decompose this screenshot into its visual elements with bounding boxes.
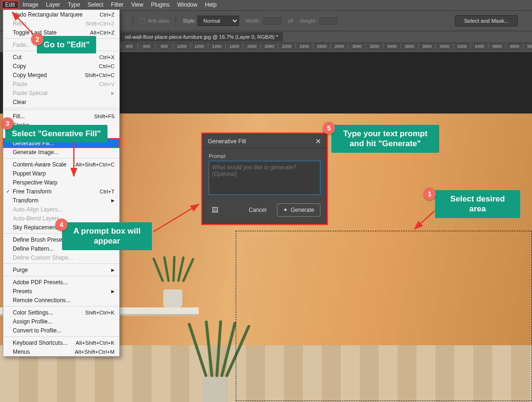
menu-help[interactable]: Help bbox=[201, 0, 221, 9]
menu-item[interactable]: Presets▶ bbox=[3, 287, 119, 296]
menu-item[interactable]: CopyCtrl+C bbox=[3, 61, 119, 70]
menu-item-label: Copy Merged bbox=[13, 72, 47, 79]
menu-item-label: Remote Connections... bbox=[13, 297, 71, 304]
menu-item[interactable]: Clear bbox=[3, 97, 119, 106]
menu-edit[interactable]: Edit bbox=[1, 0, 19, 9]
menu-item[interactable]: Convert to Profile... bbox=[3, 326, 119, 335]
ruler-tick: 1600 bbox=[225, 43, 243, 49]
menu-item-label: Purge bbox=[13, 267, 28, 273]
callout-2: Go to "Edit" bbox=[37, 36, 96, 53]
menu-select[interactable]: Select bbox=[84, 0, 107, 9]
prompt-input[interactable] bbox=[209, 161, 320, 195]
selection-marquee[interactable] bbox=[236, 231, 532, 401]
menu-item[interactable]: Undo Rectangular MarqueeCtrl+Z bbox=[3, 10, 119, 19]
width-field[interactable]: Width: bbox=[246, 17, 281, 25]
menu-filter[interactable]: Filter bbox=[107, 0, 127, 9]
antialias-checkbox[interactable]: Anti-alias bbox=[140, 18, 169, 24]
menu-item-shortcut: Alt+Shift+Ctrl+C bbox=[75, 162, 115, 167]
close-icon[interactable]: ✕ bbox=[315, 137, 321, 146]
ruler-tick: 1200 bbox=[190, 43, 208, 49]
menu-item-label: Fill... bbox=[13, 113, 25, 120]
menu-item: PasteCtrl+V bbox=[3, 79, 119, 88]
menu-item[interactable]: Assign Profile... bbox=[3, 317, 119, 326]
image-icon[interactable]: 🖼 bbox=[212, 206, 218, 214]
ruler-tick: 4800 bbox=[505, 43, 523, 49]
menu-item-label: Fade... bbox=[13, 42, 30, 48]
menu-image[interactable]: Image bbox=[19, 0, 42, 9]
menu-view[interactable]: View bbox=[127, 0, 147, 9]
menu-item[interactable]: Adobe PDF Presets... bbox=[3, 278, 119, 287]
generate-button-label: Generate bbox=[291, 207, 314, 213]
ruler-tick: 1400 bbox=[208, 43, 225, 49]
menu-item-label: Keyboard Shortcuts... bbox=[13, 340, 67, 346]
menu-item[interactable]: Copy MergedShift+Ctrl+C bbox=[3, 70, 119, 79]
menu-item-shortcut: Ctrl+X bbox=[99, 54, 115, 60]
menu-item-label: Clear bbox=[13, 99, 27, 105]
ruler-tick: 3000 bbox=[348, 43, 365, 49]
menu-item-label: Paste bbox=[13, 81, 27, 87]
style-select[interactable]: Style: Normal bbox=[183, 16, 239, 26]
menu-item-shortcut: Ctrl+Z bbox=[99, 12, 115, 17]
menu-item[interactable]: ✓Free TransformCtrl+T bbox=[3, 187, 119, 196]
menu-layer[interactable]: Layer bbox=[42, 0, 64, 9]
menu-item-label: Puppet Warp bbox=[13, 170, 46, 177]
width-label: Width: bbox=[246, 18, 260, 24]
prompt-label: Prompt bbox=[209, 153, 320, 159]
badge-4: 4 bbox=[55, 218, 68, 231]
menu-item-label: Assign Profile... bbox=[13, 318, 52, 325]
ruler-tick: 5000 bbox=[523, 43, 532, 49]
menu-item-shortcut: Alt+Shift+Ctrl+M bbox=[75, 349, 115, 355]
menu-item-shortcut: Shift+Ctrl+Z bbox=[86, 21, 115, 26]
submenu-arrow-icon: ▶ bbox=[111, 198, 115, 203]
document-tab[interactable]: nd-wall-floor-place-piece-furniture.jpg … bbox=[120, 32, 283, 42]
menu-item[interactable]: Content-Aware ScaleAlt+Shift+Ctrl+C bbox=[3, 160, 119, 169]
menu-item-shortcut: Ctrl+C bbox=[99, 63, 115, 69]
height-field[interactable]: Height: bbox=[300, 17, 337, 25]
menu-item[interactable]: Transform▶ bbox=[3, 196, 119, 205]
generative-fill-dialog-highlight: Generative Fill ✕ Prompt 🖼 Cancel ✦ Gene… bbox=[201, 132, 328, 225]
menu-item-label: Content-Aware Scale bbox=[13, 161, 66, 168]
badge-5: 5 bbox=[323, 122, 335, 134]
select-and-mask-button[interactable]: Select and Mask... bbox=[455, 15, 518, 26]
canvas-plant-small bbox=[156, 255, 189, 307]
swap-icon[interactable]: ⇄ bbox=[288, 17, 293, 25]
menu-item-label: Convert to Profile... bbox=[13, 327, 62, 334]
submenu-arrow-icon: ▶ bbox=[111, 289, 115, 294]
menu-item-label: Free Transform bbox=[13, 188, 52, 195]
menu-item[interactable]: Perspective Warp bbox=[3, 178, 119, 187]
menu-item-label: Transform bbox=[13, 197, 38, 204]
menu-item[interactable]: Purge▶ bbox=[3, 265, 119, 274]
menu-item[interactable]: Remote Connections... bbox=[3, 296, 119, 305]
menu-window[interactable]: Window bbox=[173, 0, 201, 9]
ruler-tick: 600 bbox=[138, 43, 155, 49]
menu-item-shortcut: Ctrl+V bbox=[99, 81, 115, 87]
generative-fill-dialog: Generative Fill ✕ Prompt 🖼 Cancel ✦ Gene… bbox=[203, 134, 327, 224]
callout-1: Select desired area bbox=[435, 190, 520, 218]
menu-item[interactable]: Keyboard Shortcuts...Alt+Shift+Ctrl+K bbox=[3, 338, 119, 347]
badge-1: 1 bbox=[424, 188, 436, 200]
edit-dropdown-menu: Undo Rectangular MarqueeCtrl+ZRedoShift+… bbox=[3, 9, 120, 357]
ruler-tick: 3400 bbox=[383, 43, 400, 49]
menu-bar: Edit Image Layer Type Select Filter View… bbox=[0, 0, 532, 9]
menu-item[interactable]: Puppet Warp bbox=[3, 169, 119, 178]
ruler-tick: 4000 bbox=[435, 43, 453, 49]
menu-item[interactable]: CutCtrl+X bbox=[3, 52, 119, 61]
badge-2: 2 bbox=[31, 33, 44, 45]
menu-item[interactable]: Fill...Shift+F5 bbox=[3, 112, 119, 121]
dialog-titlebar[interactable]: Generative Fill ✕ bbox=[203, 134, 326, 149]
menu-item[interactable]: MenusAlt+Shift+Ctrl+M bbox=[3, 347, 119, 356]
generate-button[interactable]: ✦ Generate bbox=[277, 203, 320, 217]
menu-item-shortcut: Shift+F5 bbox=[94, 114, 115, 119]
menu-item[interactable]: Generate Image... bbox=[3, 148, 119, 157]
height-label: Height: bbox=[300, 18, 317, 24]
menu-item-shortcut: Shift+Ctrl+K bbox=[85, 310, 115, 315]
menu-type[interactable]: Type bbox=[64, 0, 84, 9]
menu-item: Paste Special▶ bbox=[3, 88, 119, 97]
menu-item-label: Generate Image... bbox=[13, 149, 59, 156]
ruler-tick: 2000 bbox=[260, 43, 278, 49]
menu-item[interactable]: Color Settings...Shift+Ctrl+K bbox=[3, 308, 119, 317]
cancel-button[interactable]: Cancel bbox=[243, 204, 272, 216]
ruler-tick: 2800 bbox=[330, 43, 348, 49]
menu-item-shortcut: Alt+Shift+Ctrl+K bbox=[76, 340, 115, 346]
menu-plugins[interactable]: Plugins bbox=[147, 0, 173, 9]
